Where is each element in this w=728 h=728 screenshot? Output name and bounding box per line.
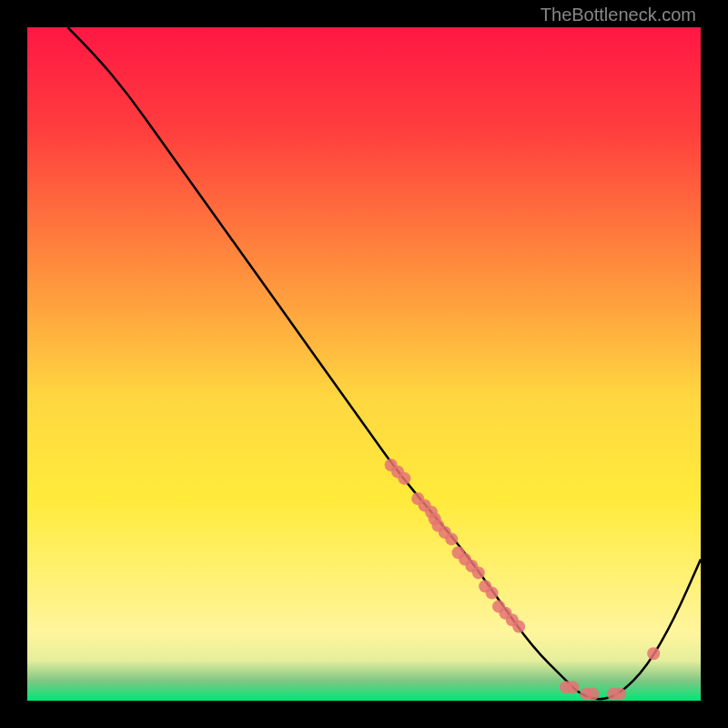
- watermark-text: TheBottleneck.com: [541, 5, 696, 25]
- data-point: [512, 621, 525, 633]
- data-point: [647, 647, 660, 660]
- data-point: [445, 532, 458, 545]
- data-point: [566, 681, 579, 693]
- data-point: [472, 566, 485, 579]
- gradient-background: [27, 27, 701, 701]
- data-point: [398, 472, 410, 485]
- data-point: [587, 688, 600, 701]
- plot-area: [27, 27, 701, 701]
- chart-container: TheBottleneck.com: [0, 0, 728, 728]
- data-point: [613, 688, 626, 701]
- chart-svg: [27, 27, 701, 701]
- data-point: [486, 587, 499, 600]
